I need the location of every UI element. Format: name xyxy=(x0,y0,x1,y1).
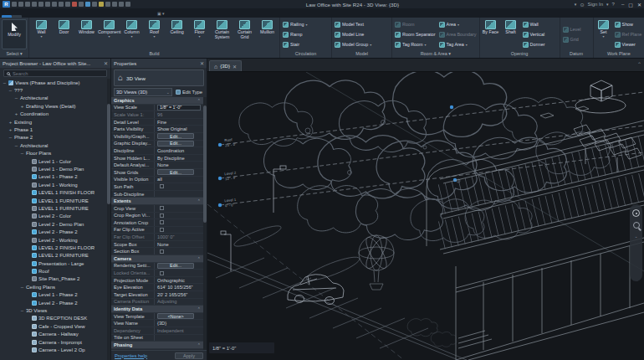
save-icon[interactable] xyxy=(25,2,30,7)
properties-scrollbar[interactable] xyxy=(203,97,207,350)
aligned-dimension-icon[interactable] xyxy=(65,2,70,7)
tree-twisty[interactable]: – xyxy=(20,151,24,156)
ribbon-button[interactable]: Door ▾ xyxy=(53,18,75,50)
help-icon[interactable]: ? xyxy=(612,2,615,7)
ribbon-button[interactable]: Stair ▾ xyxy=(283,40,308,49)
property-row[interactable]: Discipline Coordination Coordination Coo… xyxy=(111,147,207,155)
type-selector[interactable]: ⌂ 3D View xyxy=(114,69,204,86)
tree-item[interactable]: + Phase 1 xyxy=(0,126,110,133)
redo-icon[interactable] xyxy=(45,2,50,7)
tree-item[interactable]: Level 1 - Demo Plan xyxy=(0,165,110,172)
tree-item[interactable]: LEVEL 1 FURNITURE xyxy=(0,204,110,212)
file-menu-icon[interactable] xyxy=(12,2,17,7)
tree-twisty[interactable]: – xyxy=(8,135,13,140)
tree-item[interactable]: 3D RECPTION DESK xyxy=(0,315,110,322)
property-checkbox[interactable] xyxy=(160,271,164,275)
tree-item[interactable]: LEVEL 2 FINISH FLOOR xyxy=(0,244,110,251)
tree-item[interactable]: Level 2 - Demo Plan xyxy=(0,220,110,228)
apply-button[interactable]: Apply xyxy=(175,352,203,359)
property-row[interactable]: Graphics ⌃ xyxy=(111,97,207,105)
tree-item[interactable]: + Coordination xyxy=(0,111,110,118)
property-row[interactable]: Sub-Discipline ⌃ xyxy=(111,191,207,198)
ribbon-button[interactable]: Window ▾ xyxy=(75,18,98,50)
property-row[interactable]: Show Hidden L... By Discipline By Discip… xyxy=(111,155,207,162)
tree-item[interactable]: Roof xyxy=(0,267,110,275)
property-row[interactable]: Visibility/Graph... Edit... Edit... Edit… xyxy=(111,133,207,141)
property-row[interactable]: Scale Value 1: 96 96 96 ⌃ xyxy=(111,111,207,119)
ribbon-button[interactable]: Room ▾ xyxy=(395,20,436,29)
print-icon[interactable] xyxy=(52,2,57,7)
property-row[interactable]: Sun Path ⌃ xyxy=(111,183,207,191)
tree-item[interactable]: Cafe - Cropped View xyxy=(0,322,110,330)
ribbon-button[interactable]: Tag Area ▾ xyxy=(439,40,477,49)
property-edit-button[interactable]: Edit... xyxy=(157,263,194,269)
close-inactive-icon[interactable] xyxy=(105,2,110,7)
zoom-icon[interactable] xyxy=(633,222,640,229)
ribbon-button[interactable]: Show ▾ xyxy=(615,20,642,29)
default-3d-view-icon[interactable] xyxy=(85,2,90,7)
ribbon-button[interactable]: Roof ▾ xyxy=(143,18,166,50)
tree-item[interactable]: Camera - Level 2 Op xyxy=(0,346,110,353)
tree-twisty[interactable]: – xyxy=(3,80,7,85)
ribbon-button[interactable]: Ramp ▾ xyxy=(283,30,308,39)
property-checkbox[interactable] xyxy=(160,206,164,210)
tree-item[interactable]: – Views (Phase and Discipline) xyxy=(0,79,110,86)
switch-windows-icon[interactable] xyxy=(112,2,117,7)
properties-help-link[interactable]: Properties help xyxy=(115,353,147,358)
property-row[interactable]: View Name {3D} {3D} {3D} ⌃ xyxy=(111,320,207,327)
property-row[interactable]: Projection Mode Orthographic Orthographi… xyxy=(111,277,207,285)
property-checkbox[interactable] xyxy=(160,249,164,254)
tree-item[interactable]: Level 2 - Working xyxy=(0,236,110,244)
property-row[interactable]: Scope Box None None None ⌃ xyxy=(111,241,207,249)
property-row[interactable]: Default Analysi... None None None ⌃ xyxy=(111,162,207,169)
tree-twisty[interactable]: – xyxy=(20,308,24,313)
property-row[interactable]: Crop View ⌃ xyxy=(111,205,207,213)
ribbon-button[interactable]: Viewer ▾ xyxy=(615,40,642,49)
tree-item[interactable]: – Floor Plans xyxy=(0,150,110,157)
ribbon-button[interactable]: Area Boundary ▾ xyxy=(439,30,477,39)
tree-twisty[interactable]: – xyxy=(14,143,18,148)
tree-item[interactable]: Level 2 - Phase 2 xyxy=(0,228,110,235)
ribbon-button[interactable]: Curtain System ▾ xyxy=(211,18,233,50)
thin-lines-icon[interactable] xyxy=(119,2,124,7)
edit-type-button[interactable]: Edit Type xyxy=(174,88,204,96)
ribbon-button[interactable]: Model Group ▾ xyxy=(335,40,371,49)
property-row[interactable]: View Scale 1/8" = 1'-0" 1/8" = 1'-0" 1/8… xyxy=(111,105,207,112)
open-icon[interactable] xyxy=(18,2,23,7)
ribbon-button[interactable]: Wall ▾ xyxy=(523,20,545,29)
property-row[interactable]: Far Clip Active ⌃ xyxy=(111,227,207,234)
tree-item[interactable]: Level 1 - Color xyxy=(0,157,110,165)
tree-item[interactable]: – Phase 2 xyxy=(0,134,110,141)
undo-icon[interactable] xyxy=(38,2,43,7)
ribbon-button[interactable]: Tag Room ▾ xyxy=(395,40,436,49)
ribbon-button[interactable]: Grid ▾ xyxy=(563,35,581,44)
tree-item[interactable]: Level 1 - Working xyxy=(0,181,110,188)
view-tab-3d[interactable]: ⌂ {3D} ✕ xyxy=(209,60,242,71)
property-row[interactable]: Locked Orienta... ⌃ xyxy=(111,270,207,277)
property-row[interactable]: Visible In Option all all all ⌃ xyxy=(111,177,207,184)
properties-close-icon[interactable]: ✕ xyxy=(200,60,204,66)
tree-item[interactable]: LEVEL 1 FINISH FLOOR xyxy=(0,188,110,196)
ribbon-button[interactable]: Model Line ▾ xyxy=(335,30,371,39)
property-row[interactable]: Show Grids Edit... Edit... Edit... ⌃ xyxy=(111,169,207,177)
tree-item[interactable]: LEVEL 1 FURNITURE xyxy=(0,197,110,204)
tree-item[interactable]: Presentation - Large xyxy=(0,260,110,267)
property-row[interactable]: Annotation Crop ⌃ xyxy=(111,219,207,227)
property-row[interactable]: Dependency Independent Independent Indep… xyxy=(111,327,207,335)
property-checkbox[interactable] xyxy=(160,184,164,188)
property-row[interactable]: Graphic Display... Edit... Edit... Edit.… xyxy=(111,141,207,148)
tree-item[interactable]: + Existing xyxy=(0,118,110,126)
property-row[interactable]: Camera Position Adjusting Adjusting Adju… xyxy=(111,299,207,306)
tree-item[interactable]: + Drafting Views (Detail) xyxy=(0,102,110,110)
tree-item[interactable]: – Ceiling Plans xyxy=(0,283,110,291)
browser-scrollbar[interactable] xyxy=(107,79,110,360)
ribbon-button[interactable]: Column ▾ xyxy=(120,18,143,50)
ribbon-button[interactable]: Ref Plane ▾ xyxy=(615,30,642,39)
measure-icon[interactable] xyxy=(59,2,64,7)
property-row[interactable]: Phasing ⌃ xyxy=(111,342,207,349)
revit-logo-icon[interactable]: R xyxy=(3,1,10,8)
ribbon-button[interactable]: Floor ▾ xyxy=(188,18,211,50)
property-row[interactable]: Eye Elevation 614' 10 165/256" 614' 10 1… xyxy=(111,284,207,291)
ribbon-button[interactable]: Dormer ▾ xyxy=(523,40,545,49)
property-row[interactable]: Parts Visibility Show Original Show Orig… xyxy=(111,126,207,133)
